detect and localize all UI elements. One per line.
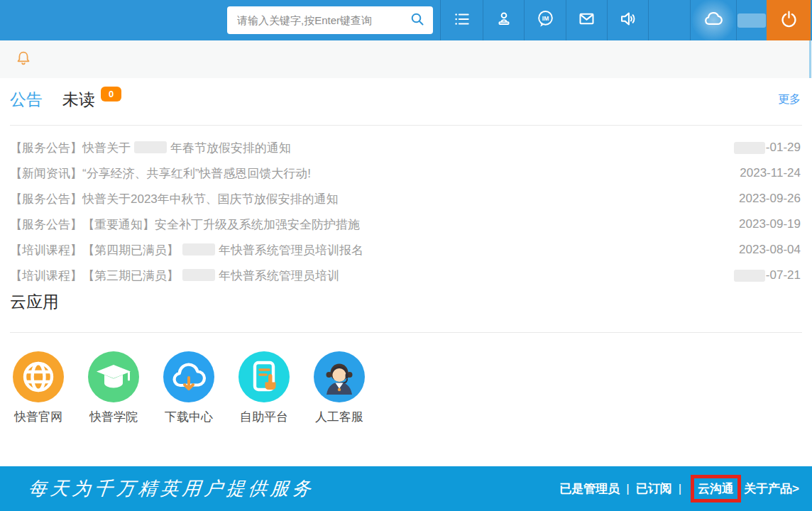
cloud-chat-link[interactable]: 云沟通 xyxy=(691,475,741,502)
app-download-center[interactable]: 下载中心 xyxy=(163,351,214,425)
announcement-date: 2023-08-04 xyxy=(739,243,801,257)
app-self-service[interactable]: 自助平台 xyxy=(238,351,290,425)
footer-separator: | xyxy=(626,482,629,496)
cloud-download-icon xyxy=(163,351,214,402)
announcement-row[interactable]: 【培训课程】【第四期已满员】年快普系统管理员培训报名2023-08-04 xyxy=(10,237,801,263)
person-icon xyxy=(495,10,513,31)
app-label: 快普学院 xyxy=(89,409,138,425)
announce-sound-button[interactable] xyxy=(607,0,648,40)
announcement-date: 2023-11-24 xyxy=(740,166,801,180)
mail-button[interactable] xyxy=(566,0,607,40)
self-service-doc-icon xyxy=(238,351,290,402)
announcement-date: -01-29 xyxy=(734,141,801,155)
im-button[interactable]: IM xyxy=(524,0,566,40)
cloud-apps-title: 云应用 xyxy=(10,291,59,313)
announcement-row[interactable]: 【服务公告】【重要通知】安全补丁升级及系统加强安全防护措施2023-09-19 xyxy=(10,211,801,237)
announcement-title: 【服务公告】【重要通知】安全补丁升级及系统加强安全防护措施 xyxy=(10,216,360,233)
announcement-date: 2023-09-26 xyxy=(739,192,801,206)
logout-button[interactable] xyxy=(767,0,811,40)
more-link[interactable]: 更多 xyxy=(778,92,801,107)
redacted-text xyxy=(182,243,215,256)
redacted-text xyxy=(734,270,765,282)
cloud-icon xyxy=(703,9,724,33)
main-window: IM xyxy=(0,0,812,511)
content-panel: 公告 未读 0 更多 【服务公告】快普关于年春节放假安排的通知-01-29【新闻… xyxy=(0,78,812,466)
subscribed-link[interactable]: 已订阅 xyxy=(636,480,672,497)
notification-bar xyxy=(0,40,812,78)
about-product-link[interactable]: 关于产品> xyxy=(744,480,799,497)
announcement-row[interactable]: 【新闻资讯】“分享经济、共享红利”快普感恩回馈大行动!2023-11-24 xyxy=(10,160,801,186)
app-label: 自助平台 xyxy=(240,409,288,425)
announcement-date: 2023-09-19 xyxy=(739,217,801,231)
divider xyxy=(10,125,802,126)
mail-icon xyxy=(577,9,596,31)
footer-links: 已是管理员|已订阅|云沟通关于产品> xyxy=(559,475,799,502)
list-menu-button[interactable] xyxy=(440,0,483,40)
admin-status-link[interactable]: 已是管理员 xyxy=(559,480,620,497)
app-label: 人工客服 xyxy=(315,409,363,425)
app-label: 下载中心 xyxy=(165,409,213,425)
divider xyxy=(10,332,802,333)
announcements-header: 公告 未读 0 更多 xyxy=(10,85,801,114)
redacted-text xyxy=(134,141,167,153)
footer-separator: | xyxy=(679,482,681,496)
cloud-apps-list: 快普官网 快普学院 下载中心 自助平台 人工客服 xyxy=(13,351,365,425)
contacts-button[interactable] xyxy=(483,0,524,40)
headset-agent-icon xyxy=(314,351,365,402)
bell-icon[interactable] xyxy=(14,49,33,70)
announcement-date: -07-21 xyxy=(734,268,801,282)
announcement-title: 【培训课程】【第三期已满员】年快普系统管理员培训 xyxy=(10,268,339,284)
graduation-cap-icon xyxy=(88,351,139,402)
username-redacted xyxy=(737,13,766,28)
search-box[interactable] xyxy=(227,6,433,34)
topbar: IM xyxy=(0,0,812,40)
globe-icon xyxy=(13,351,64,402)
power-icon xyxy=(779,9,799,31)
redacted-text xyxy=(734,142,765,154)
redacted-text xyxy=(182,269,215,281)
app-kuaipu-academy[interactable]: 快普学院 xyxy=(88,351,139,425)
tab-unread[interactable]: 未读 xyxy=(62,89,95,111)
announcement-row[interactable]: 【服务公告】快普关于2023年中秋节、国庆节放假安排的通知2023-09-26 xyxy=(10,186,801,211)
announcement-title: 【服务公告】快普关于年春节放假安排的通知 xyxy=(10,140,291,156)
im-icon: IM xyxy=(536,9,555,31)
app-official-site[interactable]: 快普官网 xyxy=(13,351,64,425)
svg-text:IM: IM xyxy=(542,15,548,22)
search-icon[interactable] xyxy=(409,11,426,31)
announcement-title: 【服务公告】快普关于2023年中秋节、国庆节放假安排的通知 xyxy=(10,191,339,207)
cloud-button[interactable] xyxy=(690,0,736,40)
announcement-title: 【培训课程】【第四期已满员】年快普系统管理员培训报名 xyxy=(10,242,363,258)
speaker-icon xyxy=(618,9,637,31)
announcement-row[interactable]: 【服务公告】快普关于年春节放假安排的通知-01-29 xyxy=(10,135,801,160)
announcement-title: 【新闻资讯】“分享经济、共享红利”快普感恩回馈大行动! xyxy=(10,165,311,182)
unread-count-badge: 0 xyxy=(101,87,121,101)
app-customer-service[interactable]: 人工客服 xyxy=(314,351,365,425)
announcement-list: 【服务公告】快普关于年春节放假安排的通知-01-29【新闻资讯】“分享经济、共享… xyxy=(10,135,801,288)
tab-announcements[interactable]: 公告 xyxy=(10,89,43,111)
user-account-button[interactable] xyxy=(736,0,767,40)
announcement-row[interactable]: 【培训课程】【第三期已满员】年快普系统管理员培训-07-21 xyxy=(10,263,801,288)
topbar-cell-empty xyxy=(648,0,690,40)
app-label: 快普官网 xyxy=(14,409,62,425)
list-icon xyxy=(453,10,471,31)
footer-slogan: 每天为千万精英用户提供服务 xyxy=(27,476,316,501)
search-input[interactable] xyxy=(236,13,409,27)
footer-bar: 每天为千万精英用户提供服务 已是管理员|已订阅|云沟通关于产品> xyxy=(0,466,812,511)
